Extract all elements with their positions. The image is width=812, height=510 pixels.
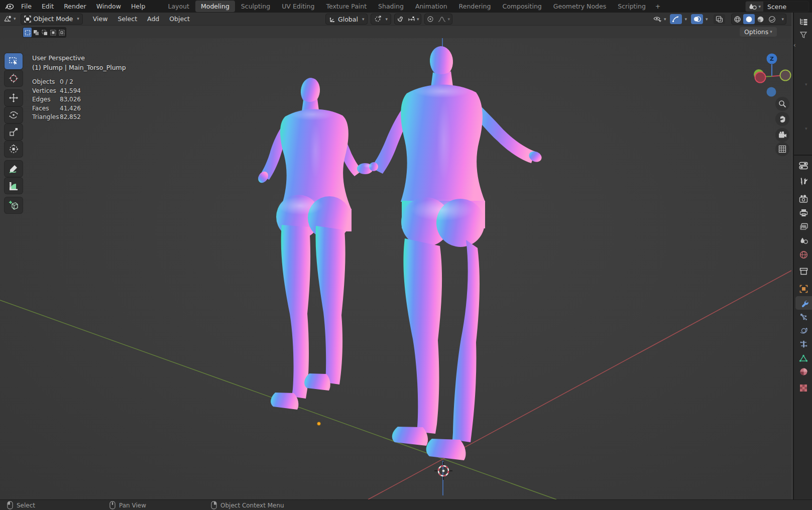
header-right-controls: ▾ ▾ ▾ [653, 14, 786, 25]
shading-material-button[interactable] [755, 14, 766, 24]
tab-modeling[interactable]: Modeling [195, 1, 235, 12]
statusbar-context-menu: Object Context Menu [211, 500, 284, 510]
orthographic-toggle-button[interactable] [775, 142, 789, 156]
tab-render-properties[interactable] [794, 192, 812, 205]
tool-rotate[interactable] [5, 107, 23, 123]
outliner-editor-button[interactable] [794, 15, 812, 29]
tab-particle-properties[interactable] [794, 310, 812, 324]
select-mode-intersect-button[interactable] [57, 28, 66, 37]
figure-large[interactable] [371, 45, 543, 460]
tab-layout[interactable]: Layout [162, 1, 195, 12]
cursor-3d[interactable] [434, 462, 452, 480]
move-icon [9, 93, 19, 103]
tool-cursor[interactable] [5, 70, 23, 86]
menu-edit[interactable]: Edit [37, 3, 59, 10]
shading-wireframe-button[interactable] [732, 14, 743, 24]
tool-measure[interactable] [5, 178, 23, 194]
menu-file[interactable]: File [16, 3, 37, 10]
tab-scripting[interactable]: Scripting [612, 1, 651, 12]
pivot-point-dropdown[interactable]: ▾ [371, 14, 391, 25]
tool-select-box[interactable] [5, 53, 23, 69]
tab-geometry-nodes[interactable]: Geometry Nodes [548, 1, 612, 12]
proportional-falloff-dropdown[interactable]: ▾ [436, 14, 452, 24]
properties-editor-button[interactable] [794, 159, 812, 172]
tool-scale[interactable] [5, 124, 23, 140]
figure-small[interactable] [256, 77, 363, 410]
camera-view-button[interactable] [775, 128, 789, 142]
snap-settings-dropdown[interactable]: ▾ [406, 14, 421, 24]
menu-render[interactable]: Render [59, 3, 91, 10]
tab-compositing[interactable]: Compositing [497, 1, 547, 12]
hand-icon [778, 115, 786, 123]
menu-object[interactable]: Object [164, 15, 195, 23]
constraint-icon [799, 340, 808, 348]
menu-add[interactable]: Add [142, 15, 164, 23]
show-gizmo-toggle[interactable] [670, 14, 682, 24]
workspace-tabs: Layout Modeling Sculpting UV Editing Tex… [162, 0, 664, 13]
proportional-edit-toggle[interactable] [425, 14, 436, 24]
tab-texture-paint[interactable]: Texture Paint [320, 1, 372, 12]
navigation-gizmo[interactable]: Z [751, 53, 791, 99]
tab-sculpting[interactable]: Sculpting [236, 1, 276, 12]
select-mode-invert-button[interactable] [49, 28, 57, 37]
tab-object-data-properties[interactable] [794, 351, 812, 365]
tab-animation[interactable]: Animation [410, 1, 453, 12]
tool-add-cube[interactable] [5, 197, 23, 213]
pan-button[interactable] [775, 112, 789, 126]
shading-solid-button[interactable] [743, 14, 755, 24]
zoom-button[interactable] [775, 97, 789, 111]
select-mode-subtract-button[interactable] [40, 28, 49, 37]
tab-modifier-properties[interactable] [795, 296, 812, 310]
mode-dropdown[interactable]: Object Mode ▾ [21, 14, 83, 25]
tab-texture-properties[interactable] [794, 381, 812, 395]
chevron-down-icon[interactable]: ▾ [706, 17, 708, 22]
right-mouse-icon [211, 501, 217, 509]
select-mode-extend-button[interactable] [32, 28, 40, 37]
overlays-icon [693, 16, 701, 23]
tab-rendering[interactable]: Rendering [453, 1, 497, 12]
shading-dropdown[interactable]: ▾ [778, 14, 786, 24]
snap-toggle[interactable] [395, 14, 406, 24]
tab-uv-editing[interactable]: UV Editing [276, 1, 320, 12]
transform-icon [9, 144, 19, 154]
statusbar-select: Select [7, 500, 35, 510]
tool-move[interactable] [5, 90, 23, 106]
scene-name: Scene [763, 2, 808, 12]
scene-selector[interactable]: ▾ Scene [745, 1, 809, 12]
chevron-down-icon[interactable]: ▾ [684, 17, 687, 22]
show-overlays-toggle[interactable] [691, 14, 703, 24]
tool-transform[interactable] [5, 141, 23, 157]
menu-window[interactable]: Window [91, 3, 126, 10]
collapse-panel-arrow[interactable]: ‹ [793, 42, 796, 49]
tab-collection-properties[interactable] [794, 265, 812, 278]
tab-shading[interactable]: Shading [373, 1, 409, 12]
menu-help[interactable]: Help [126, 3, 151, 10]
shading-rendered-button[interactable] [766, 14, 778, 24]
select-mode-new-button[interactable] [23, 28, 32, 37]
xray-icon [716, 16, 723, 23]
tool-annotate[interactable] [5, 161, 23, 177]
tab-scene-properties[interactable] [794, 234, 812, 247]
tab-object-properties[interactable] [794, 282, 812, 296]
tab-world-properties[interactable] [794, 248, 812, 262]
menu-view[interactable]: View [88, 15, 113, 23]
gizmo-axis-z-neg-ball[interactable] [767, 87, 776, 97]
add-workspace-button[interactable]: + [652, 1, 664, 12]
gizmo-axis-x-neg-ball[interactable] [755, 72, 766, 83]
editor-type-button[interactable]: ▾ [0, 15, 19, 23]
viewport-canvas[interactable]: User Perspective (1) Plump | Main_Torso_… [0, 38, 791, 499]
outliner-filter-button[interactable] [794, 28, 812, 42]
tab-material-properties[interactable] [794, 365, 812, 378]
transform-orientation-dropdown[interactable]: Global ▾ [325, 14, 368, 25]
tab-view-layer-properties[interactable] [794, 220, 812, 233]
tab-output-properties[interactable] [794, 206, 812, 219]
xray-toggle[interactable] [714, 14, 725, 24]
blender-logo-icon[interactable] [5, 3, 14, 10]
tab-constraint-properties[interactable] [794, 337, 812, 351]
visibility-dropdown[interactable]: ▾ [653, 16, 666, 23]
options-dropdown[interactable]: Options ▾ [740, 27, 777, 37]
tab-tool-properties[interactable] [794, 175, 812, 188]
gizmo-axis-x-ball[interactable] [780, 70, 791, 81]
tab-physics-properties[interactable] [794, 324, 812, 337]
menu-select[interactable]: Select [112, 15, 142, 23]
